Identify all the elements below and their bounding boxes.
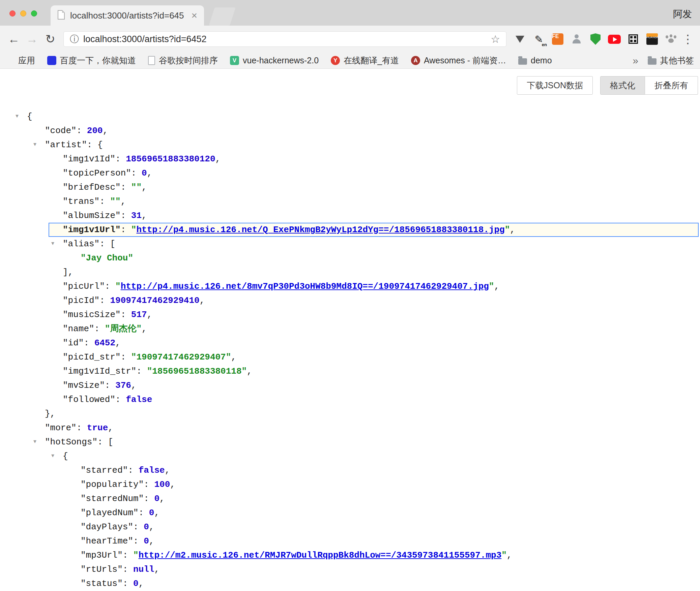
browser-tab[interactable]: localhost:3000/artists?id=645 × — [51, 5, 204, 26]
json-key: "more" — [45, 423, 77, 433]
json-line: "trans": "", — [0, 194, 700, 209]
json-key: "albumSize" — [63, 211, 121, 221]
json-key: "picUrl" — [63, 281, 105, 291]
json-line: "img1v1Id_str": "18569651883380118", — [0, 364, 700, 378]
address-bar[interactable]: ⓘ localhost:3000/artists?id=6452 ☆ — [63, 31, 506, 47]
format-button[interactable]: 格式化 — [600, 76, 645, 95]
json-punct: [ — [110, 239, 115, 249]
json-line: "mvSize": 376, — [0, 378, 700, 393]
bookmark-label: vue-hackernews-2.0 — [243, 56, 319, 65]
json-link[interactable]: http://m2.music.126.net/RMJR7wDullRqppBk… — [139, 550, 502, 560]
minimize-window-button[interactable] — [20, 10, 26, 17]
new-tab-button[interactable] — [209, 7, 236, 26]
json-value: false — [139, 465, 165, 475]
json-link[interactable]: http://p4.music.126.net/8mv7qP30Pd3oHW8b… — [121, 281, 489, 291]
reload-button[interactable]: ↻ — [41, 32, 59, 46]
bookmark-item-awesomes[interactable]: AAwesomes - 前端资… — [411, 55, 506, 66]
json-key: "rtUrls" — [81, 564, 123, 574]
paw-extension-icon[interactable] — [662, 30, 680, 49]
page-content: 下载JSON数据 格式化 折叠所有 ▼{"code": 200,▼"artist… — [0, 76, 700, 591]
qr-extension-icon[interactable] — [624, 30, 643, 49]
json-line: "name": "周杰伦", — [0, 322, 700, 336]
bookmark-star-icon[interactable]: ☆ — [491, 33, 500, 45]
json-value: 19097417462929410 — [110, 296, 199, 306]
json-value: "" — [110, 196, 120, 207]
json-line: "img1v1Url": "http://p4.music.126.net/Q_… — [49, 223, 699, 237]
json-key: "name" — [63, 324, 94, 334]
forward-button[interactable]: → — [23, 32, 41, 46]
page-favicon-icon — [57, 10, 65, 21]
youtube-extension-icon[interactable] — [605, 30, 624, 49]
json-key: "artist" — [45, 140, 87, 150]
download-json-button[interactable]: 下载JSON数据 — [517, 76, 593, 95]
json-value: true — [87, 423, 108, 433]
url-text[interactable]: localhost:3000/artists?id=6452 — [83, 34, 486, 44]
bookmarks-overflow-icon[interactable]: » — [633, 55, 638, 66]
json-line: "id": 6452, — [0, 336, 700, 350]
json-value: 31 — [131, 211, 142, 221]
bookmark-item-page[interactable]: 谷歌按时间排序 — [148, 55, 218, 66]
bookmark-label: 应用 — [18, 55, 35, 66]
json-value: 200 — [87, 126, 103, 136]
chrome-menu-icon[interactable]: ⋮ — [680, 32, 695, 46]
collapse-toggle-icon[interactable]: ▼ — [51, 449, 54, 463]
bookmark-item-vue[interactable]: Vvue-hackernews-2.0 — [230, 56, 319, 65]
other-bookmarks-folder[interactable]: 其他书签 — [648, 55, 694, 66]
bookmark-label: 在线翻译_有道 — [344, 55, 399, 66]
json-value: 6452 — [94, 338, 115, 348]
json-key: "mvSize" — [63, 380, 105, 391]
json-line: "albumSize": 31, — [0, 209, 700, 223]
collapse-toggle-icon[interactable]: ▼ — [33, 435, 36, 449]
json-punct: { — [97, 140, 103, 150]
json-line: "starredNum": 0, — [0, 492, 700, 506]
json-key: "id" — [63, 338, 84, 348]
bookmark-item-youdao[interactable]: Y在线翻译_有道 — [331, 55, 399, 66]
profile-name[interactable]: 阿发 — [673, 8, 692, 21]
back-button[interactable]: ← — [5, 32, 23, 46]
bookmark-item-baidu[interactable]: 百度一下，你就知道 — [47, 55, 136, 66]
translate-extension-icon[interactable]: ✎en — [529, 30, 548, 49]
fe-extension-icon[interactable]: FE — [548, 30, 567, 49]
json-key: "picId_str" — [63, 352, 121, 362]
collapse-toggle-icon[interactable]: ▼ — [16, 110, 19, 124]
bookmark-item-apps-grid[interactable]: 应用 — [6, 55, 35, 66]
collapse-all-button[interactable]: 折叠所有 — [645, 76, 698, 95]
folder-favicon-icon — [518, 58, 527, 65]
close-window-button[interactable] — [9, 10, 16, 17]
json-punct: { — [63, 451, 68, 461]
json-key: "briefDesc" — [63, 182, 121, 192]
json-key: "code" — [45, 126, 77, 136]
json-line: ▼{ — [0, 110, 700, 124]
json-value: "周杰伦" — [105, 324, 142, 334]
json-punct: }, — [45, 409, 55, 419]
json-key: "img1v1Url" — [63, 225, 121, 235]
json-key: "musicSize" — [63, 310, 121, 320]
shield-extension-icon[interactable] — [586, 30, 605, 49]
profile-extension-icon[interactable] — [567, 30, 586, 49]
fullscreen-window-button[interactable] — [31, 10, 37, 17]
vue-favicon-icon: V — [230, 56, 239, 65]
json-line: ▼"artist": { — [0, 138, 700, 152]
folder-icon — [648, 58, 657, 65]
site-info-icon[interactable]: ⓘ — [70, 33, 79, 45]
collapse-toggle-icon[interactable]: ▼ — [33, 138, 36, 152]
collapse-toggle-icon[interactable]: ▼ — [51, 237, 54, 251]
other-bookmarks-label: 其他书签 — [660, 55, 694, 66]
json-key: "starred" — [81, 465, 128, 475]
tab-close-icon[interactable]: × — [191, 10, 197, 21]
json-key: "picId" — [63, 296, 99, 306]
json-value: false — [126, 395, 152, 405]
json-value: "" — [131, 182, 142, 192]
json-punct: { — [27, 112, 32, 122]
json-key: "mp3Url" — [81, 550, 123, 560]
json-line: ], — [0, 265, 700, 279]
json-value: 0 — [149, 508, 154, 518]
json-line: "dayPlays": 0, — [0, 520, 700, 534]
bookmark-item-folder[interactable]: demo — [518, 56, 552, 65]
bookmark-items: 应用百度一下，你就知道谷歌按时间排序Vvue-hackernews-2.0Y在线… — [6, 55, 552, 66]
json-key: "playedNum" — [81, 508, 139, 518]
json-line: "more": true, — [0, 421, 700, 435]
json-link[interactable]: http://p4.music.126.net/Q_ExePNkmgB2yWyL… — [136, 225, 504, 235]
player-extension-icon[interactable]: PLAYER — [643, 30, 662, 49]
v-extension-icon[interactable] — [511, 30, 529, 49]
